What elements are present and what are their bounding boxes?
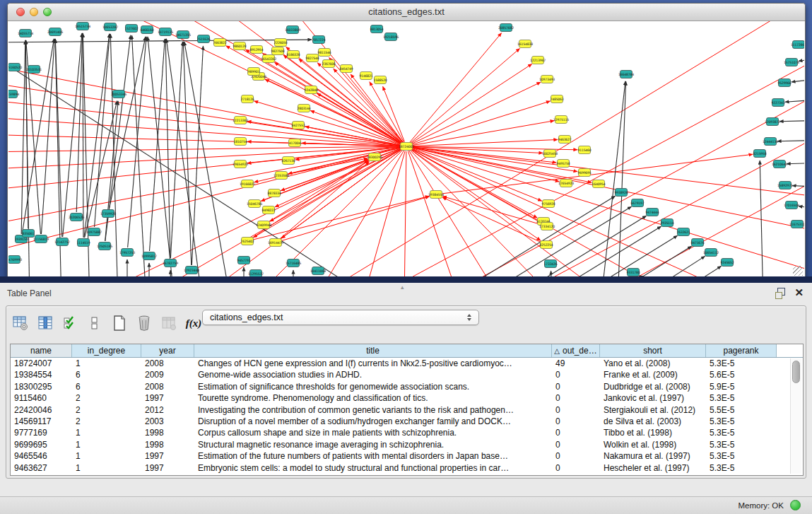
graph-node[interactable]: 6466160 xyxy=(140,26,153,34)
table-cell[interactable]: Estimation of significance thresholds fo… xyxy=(194,381,552,392)
table-cell[interactable]: 2008 xyxy=(141,381,194,392)
graph-node[interactable]: 9756928 xyxy=(541,200,555,208)
graph-node[interactable]: 1640954 xyxy=(592,180,605,188)
graph-node[interactable]: 19384554 xyxy=(428,191,444,199)
table-cell[interactable]: 9115460 xyxy=(11,392,72,404)
scrollbar-thumb[interactable] xyxy=(792,361,800,383)
graph-node[interactable]: 9827508 xyxy=(271,47,284,55)
graph-node[interactable]: 10653287 xyxy=(102,23,118,31)
table-row[interactable]: 1456911722003Disruption of a novel membe… xyxy=(11,416,803,427)
table-cell[interactable]: 1 xyxy=(72,427,141,438)
graph-node[interactable]: 19166827 xyxy=(240,180,255,188)
graph-node[interactable]: 1588520 xyxy=(373,76,387,84)
graph-node[interactable]: 7857224 xyxy=(312,36,325,44)
table-cell[interactable]: Nakamura et al. (1997) xyxy=(600,450,706,462)
table-cell[interactable]: Genome-wide association studies in ADHD. xyxy=(194,369,552,380)
table-cell[interactable]: 1 xyxy=(72,462,141,474)
table-cell[interactable]: 0 xyxy=(552,439,600,450)
graph-node[interactable]: 9115460 xyxy=(577,146,591,154)
graph-node[interactable]: 20206526 xyxy=(69,214,84,221)
table-cell[interactable]: Yano et al. (2008) xyxy=(600,358,706,369)
graph-node[interactable]: 7625402 xyxy=(240,238,254,245)
graph-node[interactable]: 12213967 xyxy=(530,57,546,64)
network-canvas[interactable]: 1405571420691406185157341065328715276026… xyxy=(8,21,804,277)
column-settings-icon[interactable] xyxy=(12,315,29,332)
table-cell[interactable]: 22420046 xyxy=(11,404,72,416)
splitter-handle-icon[interactable]: ▴ xyxy=(401,284,404,291)
graph-node[interactable]: 7515526 xyxy=(196,35,210,43)
graph-node[interactable]: 8252254 xyxy=(539,241,553,249)
graph-node[interactable]: 8454749 xyxy=(339,65,353,73)
column-header-short[interactable]: short xyxy=(600,344,706,357)
graph-node[interactable]: 9860128 xyxy=(233,42,246,50)
graph-node[interactable]: 9938926 xyxy=(614,189,628,197)
column-header-out_de[interactable]: △out_de… xyxy=(552,344,600,357)
table-cell[interactable]: 0 xyxy=(552,392,600,404)
table-cell[interactable]: Disruption of a novel member of a sodium… xyxy=(194,416,552,427)
graph-node[interactable]: 16154838 xyxy=(517,40,533,48)
table-cell[interactable]: 2 xyxy=(72,404,141,416)
graph-node[interactable]: 16033809 xyxy=(285,26,300,34)
graph-node[interactable]: 8267130 xyxy=(281,157,295,165)
graph-node[interactable]: 16648784 xyxy=(618,71,634,78)
graph-node[interactable]: 18515734 xyxy=(75,23,90,30)
function-builder-icon[interactable]: f(x) xyxy=(185,315,202,332)
table-cell[interactable]: 0 xyxy=(552,381,600,392)
table-cell[interactable]: 2 xyxy=(72,392,141,404)
select-rows-icon[interactable] xyxy=(61,315,78,332)
table-cell[interactable]: 0 xyxy=(552,416,600,427)
graph-node[interactable]: 2935114 xyxy=(660,219,673,227)
graph-node[interactable]: 14055714 xyxy=(18,30,33,37)
table-cell[interactable]: 1 xyxy=(72,450,141,462)
table-cell[interactable]: 5.6E-5 xyxy=(706,369,777,380)
table-cell[interactable]: 1997 xyxy=(141,462,194,474)
table-cell[interactable]: 1997 xyxy=(141,450,194,462)
graph-node[interactable]: 9245652 xyxy=(720,259,734,267)
table-cell[interactable]: 0 xyxy=(552,462,600,474)
table-cell[interactable]: 6 xyxy=(72,369,141,380)
graph-node[interactable]: 14769993 xyxy=(8,256,22,264)
network-view-window[interactable]: citations_edges.txt 14055714206914061851… xyxy=(7,3,806,279)
table-cell[interactable]: Investigating the contribution of common… xyxy=(194,404,552,416)
graph-node[interactable]: 1114519 xyxy=(76,239,90,247)
table-cell[interactable]: de Silva et al. (2003) xyxy=(600,416,706,427)
graph-node[interactable]: 12975115 xyxy=(553,116,569,124)
graph-node[interactable]: 17334120 xyxy=(539,223,555,230)
table-cell[interactable]: 6 xyxy=(72,381,141,392)
graph-node[interactable]: 989901 xyxy=(248,68,260,76)
graph-node[interactable]: 12093872 xyxy=(765,118,780,126)
table-cell[interactable]: 0 xyxy=(552,450,600,462)
table-cell[interactable]: 5.3E-5 xyxy=(706,462,777,474)
table-cell[interactable]: 18300295 xyxy=(11,381,72,392)
table-cell[interactable]: Estimation of the future numbers of pati… xyxy=(194,450,552,462)
graph-node[interactable]: 25160520 xyxy=(8,64,22,71)
graph-node[interactable]: 12142757 xyxy=(54,238,70,246)
graph-node[interactable]: 14671355 xyxy=(175,31,191,39)
graph-node[interactable]: 10975887 xyxy=(86,228,102,236)
table-selector-combobox[interactable]: citations_edges.txt xyxy=(202,310,479,325)
table-row[interactable]: 1938455462009Genome-wide association stu… xyxy=(11,369,803,380)
table-cell[interactable]: 1998 xyxy=(141,427,194,438)
table-cell[interactable]: Changes of HCN gene expression and I(f) … xyxy=(194,358,552,369)
graph-node[interactable]: 16159894 xyxy=(8,90,19,98)
graph-node[interactable]: 10411068 xyxy=(310,267,326,275)
graph-node[interactable]: 8498222 xyxy=(261,206,275,214)
table-cell[interactable]: 9463627 xyxy=(11,462,72,474)
table-cell[interactable]: 1 xyxy=(72,439,141,450)
graph-node[interactable]: 11675319 xyxy=(789,221,804,228)
table-row[interactable]: 946554611997Estimation of the future num… xyxy=(11,450,803,462)
table-cell[interactable]: Stergiakouli et al. (2012) xyxy=(600,404,706,416)
table-row[interactable]: 1872400712008Changes of HCN gene express… xyxy=(11,358,803,369)
close-panel-icon[interactable]: ✕ xyxy=(794,288,804,298)
graph-node[interactable]: 15751074 xyxy=(784,59,799,66)
graph-node[interactable]: 12409948 xyxy=(256,221,271,229)
table-cell[interactable]: Wolkin et al. (1998) xyxy=(600,439,706,450)
window-titlebar[interactable]: citations_edges.txt xyxy=(8,4,805,21)
graph-node[interactable]: 8186328 xyxy=(286,51,300,59)
graph-node[interactable]: 18300295 xyxy=(367,153,382,161)
table-cell[interactable]: Tibbo et al. (1998) xyxy=(600,427,706,438)
table-cell[interactable]: Structural magnetic resonance image aver… xyxy=(194,439,552,450)
table-cell[interactable]: 18724007 xyxy=(11,358,72,369)
table-cell[interactable]: 2008 xyxy=(141,358,194,369)
graph-node[interactable]: 8878334 xyxy=(267,189,281,197)
